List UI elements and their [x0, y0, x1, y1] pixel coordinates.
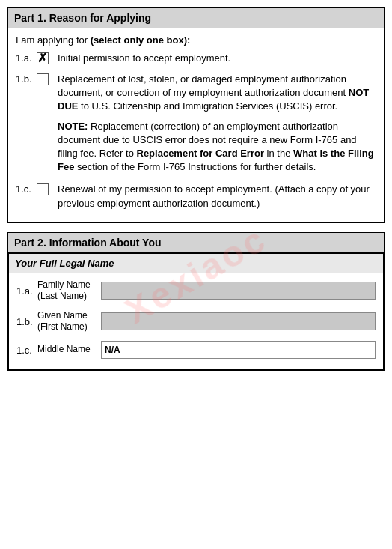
field-1a-number: 1.a. — [16, 285, 37, 297]
option-1c-text: Renewal of my permission to accept emplo… — [58, 183, 376, 210]
option-1b-row: 1.b. Replacement of lost, stolen, or dam… — [16, 73, 376, 177]
subsection-header: Your Full Legal Name — [8, 253, 384, 273]
field-1b-number: 1.b. — [16, 316, 37, 327]
field-1a-row: 1.a. Family Name(Last Name) — [16, 278, 376, 304]
option-1b-label: 1.b. — [16, 73, 37, 85]
option-1b-checkbox[interactable] — [37, 73, 49, 85]
note-label: NOTE: — [58, 121, 88, 132]
option-1b-text: Replacement of lost, stolen, or damaged … — [58, 73, 376, 177]
field-1c-row: 1.c. Middle Name N/A — [16, 339, 376, 360]
field-1c-input[interactable]: N/A — [101, 341, 376, 359]
part1-header: Part 1. Reason for Applying — [7, 7, 385, 28]
not-due-text: NOT DUE — [58, 87, 369, 112]
refer-to-text: Replacement for Card Error — [137, 148, 265, 159]
field-1b-label: Given Name(First Name) — [37, 310, 101, 333]
intro-select: (select only one box): — [88, 34, 190, 46]
field-1c-label: Middle Name — [37, 344, 101, 356]
option-1c-row: 1.c. Renewal of my permission to accept … — [16, 183, 376, 210]
part2-body: Your Full Legal Name 1.a. Family Name(La… — [7, 253, 385, 371]
option-1c-checkbox[interactable] — [37, 183, 49, 195]
intro-label: I am applying for — [16, 34, 88, 46]
option-1b-checkbox-container[interactable] — [37, 73, 53, 88]
subsection-body: 1.a. Family Name(Last Name) 1.b. Given N… — [8, 273, 384, 370]
field-1a-label: Family Name(Last Name) — [37, 279, 101, 303]
part2-header: Part 2. Information About You — [7, 232, 385, 253]
part1-body: I am applying for (select only one box):… — [7, 28, 385, 223]
option-1a-text: Initial permission to accept employment. — [58, 52, 376, 65]
option-1b-note: NOTE: Replacement (correction) of an emp… — [58, 120, 376, 175]
field-1c-number: 1.c. — [16, 345, 37, 356]
option-1c-checkbox-container[interactable] — [37, 183, 53, 198]
option-1a-row: 1.a. Initial permission to accept employ… — [16, 52, 376, 67]
option-1a-checkbox-container[interactable] — [37, 52, 53, 67]
option-1a-checkbox[interactable] — [37, 52, 49, 64]
field-1b-row: 1.b. Given Name(First Name) — [16, 309, 376, 335]
field-1a-input[interactable] — [101, 282, 376, 300]
option-1c-label: 1.c. — [16, 183, 37, 195]
intro-text: I am applying for (select only one box): — [16, 34, 376, 46]
option-1a-label: 1.a. — [16, 52, 37, 64]
intro-only-one: only one — [124, 34, 164, 46]
field-1c-value: N/A — [105, 345, 120, 355]
part2-section: Part 2. Information About You Your Full … — [7, 232, 385, 371]
field-1b-input[interactable] — [101, 312, 376, 330]
